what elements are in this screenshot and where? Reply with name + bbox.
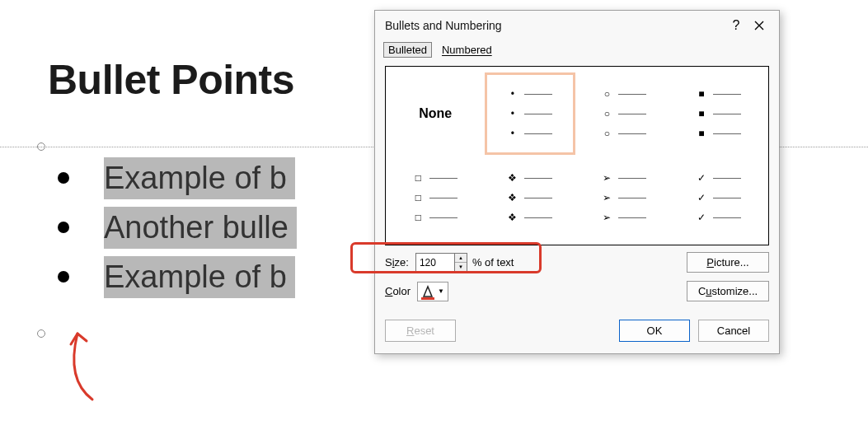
size-label: Size: xyxy=(385,256,409,269)
gallery-option-arrow[interactable]: ➢ ➢ ➢ xyxy=(579,157,669,238)
dialog-body: None • • • ○ ○ ○ ■ ■ ■ □ □ □ xyxy=(375,63,779,311)
gallery-option-check[interactable]: ✓ ✓ ✓ xyxy=(674,157,764,238)
checkmark-icon: ✓ xyxy=(697,172,706,184)
size-input[interactable] xyxy=(416,254,454,271)
tab-numbered[interactable]: Numbered xyxy=(437,42,497,58)
hollow-square-icon: □ xyxy=(413,172,423,184)
gallery-option-diamond[interactable]: ❖ ❖ ❖ xyxy=(486,157,575,238)
gallery-option-hollow-dot[interactable]: ○ ○ ○ xyxy=(579,73,669,154)
bullet-dot-icon xyxy=(58,271,69,283)
gallery-option-filled-dot[interactable]: • • • xyxy=(486,73,575,154)
dialog-footer: Reset OK Cancel xyxy=(375,311,779,353)
picture-button[interactable]: Picture... xyxy=(687,252,769,273)
tab-bulleted[interactable]: Bulleted xyxy=(383,42,432,58)
bullet-text[interactable]: Another bulle xyxy=(104,207,297,249)
bullets-numbering-dialog: Bullets and Numbering ? Bulleted Numbere… xyxy=(374,10,780,354)
bullet-line-2[interactable]: Another bulle xyxy=(48,203,378,252)
annotation-arrow-icon xyxy=(59,321,109,404)
size-step-up[interactable]: ▲ xyxy=(455,254,467,263)
chevron-down-icon: ▼ xyxy=(438,287,444,295)
reset-button[interactable]: Reset xyxy=(385,320,456,342)
cancel-button[interactable]: Cancel xyxy=(698,320,769,342)
bullet-textbox[interactable]: Example of b Another bulle Example of b xyxy=(48,153,378,301)
filled-square-icon: ■ xyxy=(697,88,706,100)
size-row: Size: ▲ ▼ % of text Picture... xyxy=(385,252,769,273)
ok-button[interactable]: OK xyxy=(619,320,690,342)
close-button[interactable] xyxy=(748,16,771,35)
close-icon xyxy=(754,21,764,30)
size-suffix: % of text xyxy=(472,256,514,269)
bullet-dot-icon xyxy=(58,172,69,184)
hollow-dot-icon: ○ xyxy=(602,88,612,100)
bullet-text[interactable]: Example of b xyxy=(104,256,295,298)
size-step-down[interactable]: ▼ xyxy=(455,263,467,271)
filled-dot-icon: • xyxy=(508,88,518,100)
bullet-gallery: None • • • ○ ○ ○ ■ ■ ■ □ □ □ xyxy=(385,66,769,245)
diamond-icon: ❖ xyxy=(508,172,518,184)
font-color-icon xyxy=(421,285,434,298)
dialog-tabs: Bulleted Numbered xyxy=(375,39,779,63)
gallery-option-filled-square[interactable]: ■ ■ ■ xyxy=(674,73,764,154)
bullet-line-1[interactable]: Example of b xyxy=(48,153,378,203)
bullet-line-3[interactable]: Example of b xyxy=(48,252,378,301)
gallery-option-hollow-square[interactable]: □ □ □ xyxy=(391,157,481,238)
color-label: Color xyxy=(385,285,411,297)
slide-title: Bullet Points xyxy=(48,56,294,104)
size-spinner[interactable]: ▲ ▼ xyxy=(415,253,467,272)
color-dropdown[interactable]: ▼ xyxy=(417,282,448,301)
arrowhead-icon: ➢ xyxy=(602,172,612,184)
textbox-handle-bottom[interactable] xyxy=(37,329,45,338)
bullet-dot-icon xyxy=(58,222,69,233)
color-row: Color ▼ Customize... xyxy=(385,281,769,301)
dialog-titlebar[interactable]: Bullets and Numbering ? xyxy=(375,11,779,39)
bullet-text[interactable]: Example of b xyxy=(104,157,295,199)
gallery-option-none[interactable]: None xyxy=(391,73,481,154)
help-button[interactable]: ? xyxy=(725,16,748,35)
dialog-title: Bullets and Numbering xyxy=(385,19,725,32)
customize-button[interactable]: Customize... xyxy=(687,281,769,301)
